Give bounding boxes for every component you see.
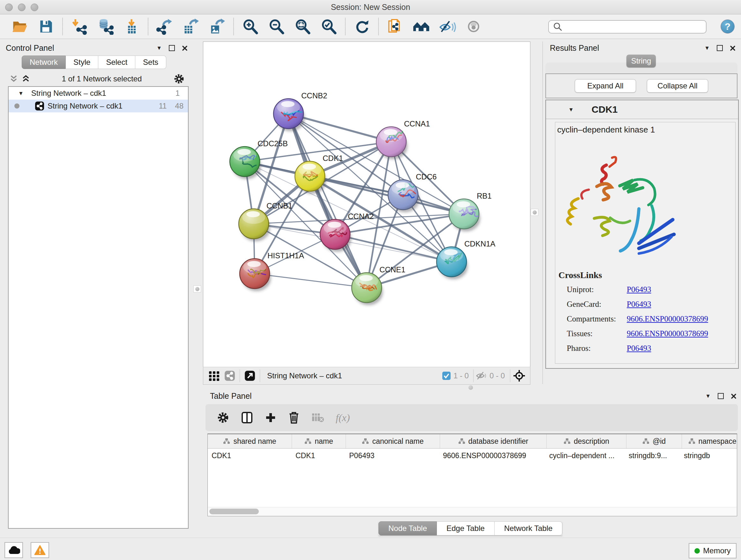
crosslink-link[interactable]: 9606.ENSP00000378699 [627,329,708,338]
gear-icon[interactable] [174,73,185,84]
tab-style[interactable]: Style [66,56,98,69]
table-cell[interactable]: CDK1 [292,449,345,462]
tab-node-table[interactable]: Node Table [379,521,437,536]
zoom-selected-button[interactable] [320,17,338,36]
right-splitter-handle[interactable] [531,209,538,216]
import-table-button[interactable] [123,17,140,36]
zoom-out-button[interactable] [267,17,285,36]
collection-expand-icon[interactable]: ▼ [18,91,23,96]
collapse-all-button[interactable]: Collapse All [647,79,708,92]
table-cell[interactable]: cyclin–dependent ... [545,449,625,462]
tab-select[interactable]: Select [98,56,135,69]
open-browser-button[interactable] [412,17,430,36]
column-header--id[interactable]: @id [626,434,682,448]
function-builder-button[interactable]: f(x) [336,412,350,424]
float-panel-icon[interactable] [717,45,723,51]
horizontal-scrollbar[interactable] [208,507,737,516]
trash-icon [288,411,300,424]
search-input[interactable] [565,22,706,32]
memory-button[interactable]: Memory [689,543,737,558]
tab-string[interactable]: String [626,55,656,67]
table-settings-button[interactable] [217,412,229,424]
network-type-button[interactable] [224,370,235,381]
column-header-name[interactable]: name [292,434,346,448]
entry-expand-icon[interactable]: ▼ [568,107,574,112]
column-header-shared-name[interactable]: shared name [208,434,292,448]
crosslink-link[interactable]: P06493 [627,285,651,294]
tab-network[interactable]: Network [22,56,66,69]
edge-CDK1-RB1[interactable] [310,176,464,214]
table-cell[interactable]: P06493 [345,449,439,462]
selected-checkbox-icon[interactable] [442,371,451,380]
fit-selected-button[interactable] [513,369,526,382]
toolbar-separator [378,18,379,35]
table-cell[interactable]: stringdb:9... [625,449,680,462]
crosslink-link[interactable]: 9606.ENSP00000378699 [627,314,708,323]
tab-network-table[interactable]: Network Table [495,521,562,536]
network-graph[interactable]: CCNB2CCNA1CDC25BCDK1CDC6RB1CCNB1CCNA2CDK… [203,42,530,367]
delete-table-button[interactable] [312,412,324,423]
column-header-canonical-name[interactable]: canonical name [346,434,440,448]
table-cell[interactable]: stringdb [680,449,737,462]
birdseye-toggle-button[interactable] [208,370,220,381]
node-CCNA1[interactable]: CCNA1 [376,119,430,159]
column-header-database-identifier[interactable]: database identifier [440,434,547,448]
import-database-button[interactable] [96,17,114,36]
column-header-description[interactable]: description [547,434,626,448]
close-panel-icon[interactable] [730,45,736,51]
help-button[interactable]: ? [721,19,735,34]
node-RB1[interactable]: RB1 [449,192,492,232]
open-session-button[interactable] [11,17,29,36]
collapse-panel-icon[interactable]: ▼ [704,45,710,51]
table-cell[interactable]: CDK1 [208,449,292,462]
close-panel-icon[interactable] [731,393,737,399]
network-collection-row[interactable]: ▼ String Network – cdk1 1 [9,87,188,100]
import-network-button[interactable] [70,17,88,36]
cloud-button[interactable] [4,542,23,558]
table-cell[interactable]: 9606.ENSP00000378699 [439,449,545,462]
crosslink-link[interactable]: P06493 [627,344,651,353]
delete-column-button[interactable] [288,411,300,424]
node-CCNB2[interactable]: CCNB2 [273,91,327,131]
show-panel-button[interactable] [465,17,482,36]
export-network-button[interactable] [156,17,174,36]
eye-slash-icon [439,18,456,35]
scrollbar-thumb[interactable] [209,509,259,514]
close-panel-icon[interactable] [182,45,188,51]
export-table-button[interactable] [182,17,200,36]
zoom-fit-button[interactable] [293,17,312,36]
show-columns-button[interactable] [241,411,253,424]
save-session-button[interactable] [37,17,55,36]
bottom-splitter-handle[interactable] [468,385,473,390]
zoom-in-button[interactable] [241,17,259,36]
float-panel-icon[interactable] [718,393,724,399]
collapse-panel-icon[interactable]: ▼ [156,45,162,51]
network-from-file-button[interactable] [386,17,404,36]
refresh-button[interactable] [353,17,371,36]
node-CDKN1A[interactable]: CDKN1A [436,240,495,279]
open-view-button[interactable] [245,370,255,381]
network-canvas[interactable]: CCNB2CCNA1CDC25BCDK1CDC6RB1CCNB1CCNA2CDK… [203,42,530,367]
node-HIST1H1A[interactable]: HIST1H1A [240,251,304,291]
expand-all-button[interactable]: Expand All [575,79,636,92]
edge-HIST1H1A-CCNE1[interactable] [255,273,367,288]
tab-edge-table[interactable]: Edge Table [437,521,495,536]
collapse-all-icon[interactable] [10,75,18,83]
warning-button[interactable] [30,542,49,558]
export-image-button[interactable] [208,17,226,36]
entry-header[interactable]: ▼ CDK1 [546,100,738,119]
hide-panel-button[interactable] [439,17,456,36]
collapse-panel-icon[interactable]: ▼ [705,393,711,399]
expand-all-icon[interactable] [22,75,30,83]
results-actions: Expand All Collapse All [545,73,738,98]
toolbar-separator [240,369,240,382]
tab-sets[interactable]: Sets [135,56,166,69]
network-row-selected[interactable]: String Network – cdk1 11 48 [9,100,188,112]
add-column-button[interactable] [265,412,276,423]
node-CDK1[interactable]: CDK1 [295,154,343,194]
float-panel-icon[interactable] [169,45,175,51]
column-header-namespace[interactable]: namespace [682,434,737,448]
table-row[interactable]: CDK1CDK1P064939606.ENSP00000378699cyclin… [208,449,737,462]
crosslink-link[interactable]: P06493 [627,300,651,309]
left-splitter-handle[interactable] [193,286,201,293]
